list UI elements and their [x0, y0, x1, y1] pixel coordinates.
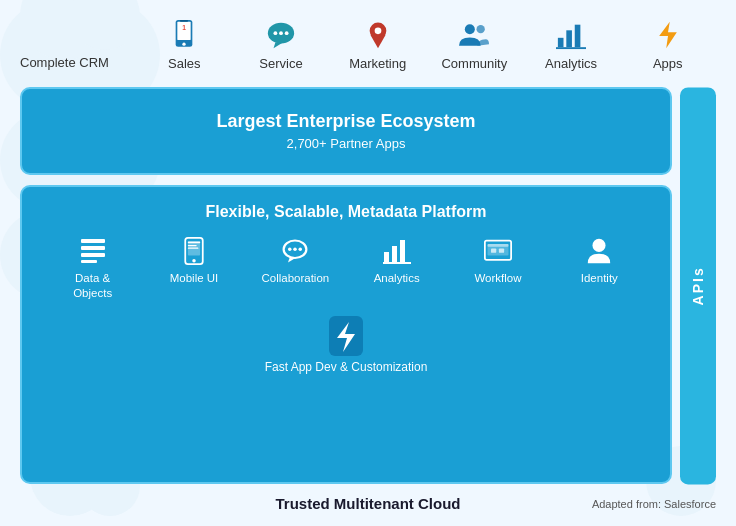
platform-item-data-objects: Data &Objects [42, 237, 143, 301]
nav-item-service[interactable]: Service [233, 20, 330, 72]
svg-rect-17 [575, 25, 581, 48]
svg-rect-22 [81, 253, 105, 257]
svg-point-33 [299, 247, 303, 251]
analytics-nav-icon [556, 20, 586, 50]
nav-item-sales[interactable]: 1 Sales [136, 20, 233, 72]
svg-point-2 [183, 43, 186, 46]
svg-marker-11 [370, 35, 385, 48]
svg-rect-15 [558, 38, 564, 47]
svg-rect-42 [491, 248, 496, 252]
sales-icon: 1 [169, 20, 199, 50]
svg-rect-41 [487, 244, 508, 247]
svg-rect-35 [384, 252, 389, 262]
apis-sidebar: APIs [680, 87, 716, 484]
mobile-ui-icon [180, 237, 208, 265]
adapted-from-label: Adapted from: Salesforce [592, 498, 716, 510]
service-icon [266, 20, 296, 50]
platform-icons-row: Data &Objects Mobile UI [42, 237, 650, 301]
marketing-label: Marketing [349, 56, 406, 72]
platform-item-workflow: Workflow [447, 237, 548, 286]
platform-item-collaboration: Collaboration [245, 237, 346, 286]
workflow-icon [484, 237, 512, 265]
svg-point-31 [288, 247, 292, 251]
platform-item-analytics: Analytics [346, 237, 447, 286]
nav-item-apps[interactable]: Apps [619, 20, 716, 72]
nav-item-crm[interactable]: Complete CRM [20, 55, 136, 72]
ecosystem-panel: Largest Enterprise Ecosystem 2,700+ Part… [20, 87, 672, 175]
svg-point-14 [477, 25, 485, 33]
svg-point-7 [279, 31, 283, 35]
svg-point-12 [374, 28, 381, 35]
collaboration-label: Collaboration [261, 271, 329, 286]
apps-icon [653, 20, 683, 50]
svg-rect-43 [499, 248, 504, 252]
svg-rect-27 [188, 241, 200, 243]
data-objects-label: Data &Objects [73, 271, 112, 301]
svg-rect-36 [392, 246, 397, 262]
workflow-label: Workflow [474, 271, 521, 286]
svg-rect-29 [188, 247, 199, 248]
service-label: Service [259, 56, 302, 72]
community-icon [459, 20, 489, 50]
platform-title: Flexible, Scalable, Metadata Platform [42, 203, 650, 221]
identity-icon [585, 237, 613, 265]
platform-item-identity: Identity [549, 237, 650, 286]
main-container: Complete CRM 1 Sales Service [0, 0, 736, 526]
nav-item-analytics[interactable]: Analytics [523, 20, 620, 72]
svg-marker-9 [274, 43, 283, 49]
svg-rect-3 [180, 20, 188, 22]
trusted-cloud-label: Trusted Multitenant Cloud [252, 495, 484, 512]
svg-text:1: 1 [182, 24, 186, 31]
mobile-ui-label: Mobile UI [170, 271, 219, 286]
svg-marker-19 [659, 22, 677, 48]
svg-rect-21 [81, 246, 105, 250]
fast-dev-row: Fast App Dev & Customization [42, 316, 650, 374]
analytics-platform-label: Analytics [374, 271, 420, 286]
crm-label: Complete CRM [20, 55, 109, 72]
nav-item-marketing[interactable]: Marketing [329, 20, 426, 72]
marketing-icon [363, 20, 393, 50]
main-panels: Largest Enterprise Ecosystem 2,700+ Part… [20, 87, 672, 484]
fast-dev-label: Fast App Dev & Customization [265, 360, 428, 374]
data-objects-icon [79, 237, 107, 265]
svg-rect-38 [383, 262, 411, 264]
svg-rect-28 [188, 244, 197, 245]
svg-point-6 [274, 31, 278, 35]
ecosystem-title: Largest Enterprise Ecosystem [42, 111, 650, 132]
platform-item-mobile-ui: Mobile UI [143, 237, 244, 286]
community-label: Community [441, 56, 507, 72]
identity-label: Identity [581, 271, 618, 286]
svg-rect-37 [400, 240, 405, 262]
apps-label: Apps [653, 56, 683, 72]
fast-dev-icon [329, 316, 363, 356]
footer: Trusted Multitenant Cloud Adapted from: … [20, 484, 716, 516]
apis-label: APIs [690, 266, 706, 305]
analytics-nav-label: Analytics [545, 56, 597, 72]
svg-rect-16 [566, 30, 572, 47]
top-nav: Complete CRM 1 Sales Service [20, 10, 716, 87]
ecosystem-subtitle: 2,700+ Partner Apps [42, 136, 650, 151]
sales-label: Sales [168, 56, 201, 72]
svg-point-13 [465, 24, 475, 34]
svg-point-44 [593, 238, 606, 251]
platform-panel: Flexible, Scalable, Metadata Platform Da… [20, 185, 672, 484]
svg-rect-23 [81, 260, 97, 263]
analytics-platform-icon [383, 237, 411, 265]
svg-rect-18 [556, 47, 586, 49]
nav-item-community[interactable]: Community [426, 20, 523, 72]
svg-point-32 [294, 247, 298, 251]
svg-point-8 [285, 31, 289, 35]
svg-point-26 [192, 258, 196, 262]
collaboration-icon [281, 237, 309, 265]
content-area: Largest Enterprise Ecosystem 2,700+ Part… [20, 87, 716, 484]
svg-rect-20 [81, 239, 105, 243]
